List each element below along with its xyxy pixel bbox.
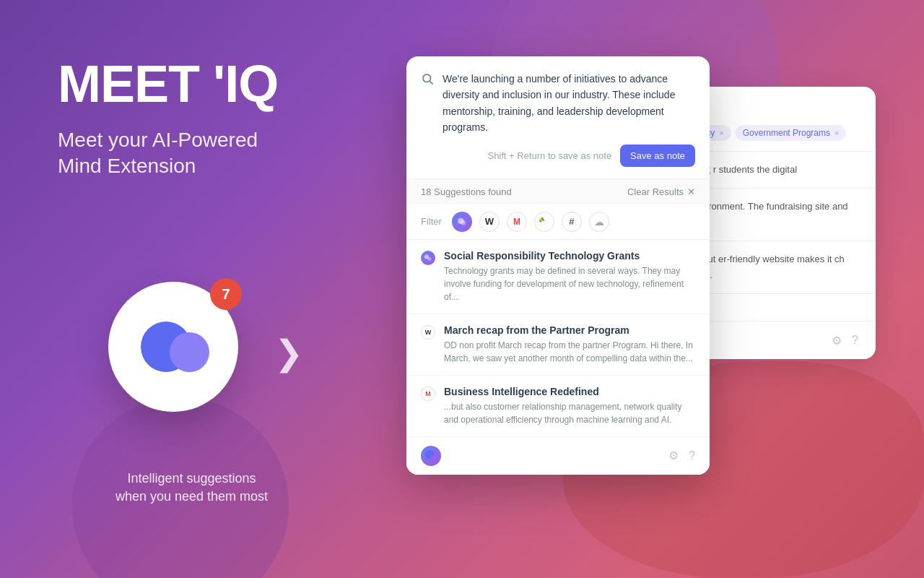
- save-hint-text: Shift + Return to save as note: [487, 150, 611, 161]
- tag-government-programs-close[interactable]: ×: [834, 129, 839, 137]
- result-2-title: March recap from the Partner Program: [444, 324, 695, 336]
- search-actions: Shift + Return to save as note Save as n…: [421, 144, 695, 167]
- hero-subtitle: Meet your AI-Powered Mind Extension: [58, 127, 278, 180]
- result-3-source-icon: M: [421, 387, 435, 401]
- clear-results-label: Clear Results: [627, 186, 684, 197]
- filter-slack-button[interactable]: #: [562, 212, 582, 232]
- bottom-text-line2: when you need them most: [116, 489, 268, 504]
- iq-small-dot-purple: [430, 455, 437, 462]
- filter-wikipedia-button[interactable]: W: [479, 212, 500, 232]
- drive-icon: [539, 217, 550, 227]
- help-icon[interactable]: ?: [689, 449, 695, 462]
- gmail-icon: M: [513, 217, 520, 227]
- hero-subtitle-line2: Mind Extension: [58, 155, 196, 177]
- result-2-snippet: OD non profit March recap from the partn…: [444, 339, 695, 365]
- popup-footer-logo: [421, 446, 441, 466]
- search-query-text: We're launching a number of initiatives …: [443, 71, 695, 136]
- next-arrow-button[interactable]: ❯: [274, 332, 303, 373]
- result-item-1[interactable]: Social Responsibility Technology Grants …: [406, 240, 710, 314]
- bottom-text-line1: Intelligent suggestions: [128, 471, 256, 486]
- notion-icon: ☁: [594, 216, 604, 228]
- hero-bottom-text: Intelligent suggestions when you need th…: [116, 470, 268, 506]
- result-2-content: March recap from the Partner Program OD …: [444, 324, 695, 365]
- tag-technology-close[interactable]: ×: [719, 129, 723, 137]
- result-1-snippet: Technology grants may be defined in seve…: [444, 264, 695, 303]
- clear-results-icon: ✕: [687, 186, 695, 197]
- result-1-source-icon: [421, 251, 435, 265]
- shortcut-label: Shift + Return: [487, 150, 545, 161]
- result-1-title: Social Responsibility Technology Grants: [444, 250, 695, 262]
- search-query-content: We're launching a number of initiatives …: [421, 71, 695, 136]
- notification-badge: 7: [210, 278, 242, 310]
- svg-line-1: [430, 81, 432, 84]
- hero-title: MEET 'IQ: [58, 58, 278, 110]
- result-3-content: Business Intelligence Redefined ...but a…: [444, 386, 695, 426]
- result-2-source-icon: W: [421, 325, 435, 340]
- clear-results-button[interactable]: Clear Results ✕: [627, 186, 695, 197]
- app-icon-circle: 7: [108, 282, 238, 412]
- save-as-note-button[interactable]: Save as note: [620, 144, 695, 167]
- popup-footer: ⚙ ?: [406, 437, 710, 475]
- search-query-area: We're launching a number of initiatives …: [406, 56, 710, 179]
- result-3-snippet: ...but also customer relationship manage…: [444, 400, 695, 426]
- filter-gmail-button[interactable]: M: [507, 212, 527, 232]
- popup-footer-actions: ⚙ ?: [668, 449, 695, 462]
- svg-point-9: [428, 257, 432, 261]
- bg-panel-help-icon[interactable]: ?: [852, 334, 858, 347]
- suggestions-count: 18 Suggestions found: [421, 186, 512, 197]
- result-item-2[interactable]: W March recap from the Partner Program O…: [406, 314, 710, 376]
- result-1-content: Social Responsibility Technology Grants …: [444, 250, 695, 303]
- svg-point-0: [423, 74, 431, 82]
- search-popup: We're launching a number of initiatives …: [406, 56, 710, 475]
- slack-icon: #: [569, 216, 574, 227]
- wiki-icon: W: [485, 216, 494, 227]
- filter-label: Filter: [421, 216, 442, 227]
- hero-subtitle-line1: Meet your AI-Powered: [58, 129, 258, 151]
- search-icon: [421, 72, 434, 88]
- filter-drive-button[interactable]: [534, 212, 554, 232]
- svg-point-3: [461, 220, 466, 225]
- app-icon-container: 7: [108, 282, 238, 412]
- suggestions-bar: 18 Suggestions found Clear Results ✕: [406, 179, 710, 204]
- bg-panel-settings-icon[interactable]: ⚙: [832, 334, 842, 348]
- tag-government-programs-label: Government Programs: [743, 128, 830, 138]
- result-3-title: Business Intelligence Redefined: [444, 386, 695, 397]
- bg-panel-footer-actions: ⚙ ?: [832, 334, 858, 348]
- tag-government-programs[interactable]: Government Programs ×: [736, 125, 847, 141]
- filter-notion-button[interactable]: ☁: [589, 212, 609, 232]
- filter-iq-button[interactable]: [452, 212, 472, 232]
- iq-shape-purple: [170, 332, 209, 372]
- settings-icon[interactable]: ⚙: [668, 449, 679, 462]
- result-item-3[interactable]: M Business Intelligence Redefined ...but…: [406, 376, 710, 437]
- iq-small-logo: [425, 450, 437, 462]
- hero-section: MEET 'IQ Meet your AI-Powered Mind Exten…: [58, 58, 278, 180]
- iq-logo: [137, 311, 209, 383]
- filter-bar: Filter W M # ☁: [406, 204, 710, 240]
